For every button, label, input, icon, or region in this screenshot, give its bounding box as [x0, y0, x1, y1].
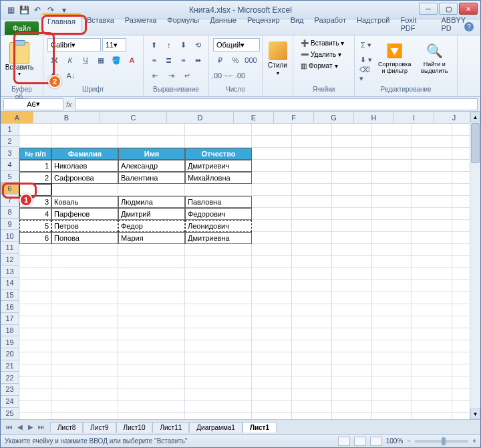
cell-A4[interactable]: 1 [19, 160, 51, 172]
cell-J24[interactable] [452, 401, 470, 413]
cell-F20[interactable] [292, 352, 332, 364]
shrink-font-button[interactable]: A↓ [63, 69, 78, 82]
cell-A22[interactable] [19, 376, 51, 388]
page-layout-view-button[interactable] [354, 437, 366, 446]
cell-G19[interactable] [332, 340, 372, 352]
cell-F12[interactable] [292, 256, 332, 268]
cell-F23[interactable] [292, 388, 332, 401]
bold-button[interactable]: Ж [47, 53, 61, 67]
cell-A11[interactable] [19, 244, 51, 256]
styles-button[interactable]: Стили ▾ [267, 38, 289, 81]
cell-I13[interactable] [412, 268, 452, 280]
cell-G11[interactable] [332, 244, 372, 256]
cell-D15[interactable] [185, 292, 252, 304]
sheet-tab-Лист9[interactable]: Лист9 [83, 422, 116, 433]
row-header-16[interactable]: 16 [1, 301, 19, 313]
cell-H25[interactable] [372, 413, 412, 419]
vertical-scrollbar[interactable]: ▲ ▼ [470, 112, 480, 419]
cell-F18[interactable] [292, 328, 332, 340]
find-select-button[interactable]: 🔍 Найти и выделить [416, 38, 454, 81]
cell-C12[interactable] [118, 256, 185, 268]
cell-H21[interactable] [372, 364, 412, 376]
cell-I20[interactable] [412, 352, 452, 364]
cell-D11[interactable] [185, 244, 252, 256]
cell-H20[interactable] [372, 352, 412, 364]
cell-E1[interactable] [252, 124, 292, 136]
ribbon-tab-надстрой[interactable]: Надстрой [351, 13, 395, 35]
cell-H19[interactable] [372, 340, 412, 352]
cell-A16[interactable] [19, 304, 51, 316]
row-header-20[interactable]: 20 [1, 348, 19, 360]
cell-D3[interactable]: Отчество [185, 148, 252, 160]
cell-H4[interactable] [372, 160, 412, 172]
cell-D12[interactable] [185, 256, 252, 268]
cell-E23[interactable] [252, 388, 292, 401]
cell-I23[interactable] [412, 388, 452, 401]
cell-E19[interactable] [252, 340, 292, 352]
cell-D23[interactable] [185, 388, 252, 401]
cell-I17[interactable] [412, 316, 452, 328]
row-header-7[interactable]: 7 [1, 195, 19, 207]
cell-B7[interactable]: Коваль [51, 196, 118, 208]
cell-I2[interactable] [412, 136, 452, 148]
cell-J23[interactable] [452, 388, 470, 401]
cell-I11[interactable] [412, 244, 452, 256]
zoom-in-button[interactable]: + [472, 437, 476, 445]
cell-B4[interactable]: Николаев [51, 160, 118, 172]
cell-F25[interactable] [292, 413, 332, 419]
cell-B18[interactable] [51, 328, 118, 340]
cell-J1[interactable] [452, 124, 470, 136]
cell-A2[interactable] [19, 136, 51, 148]
cell-B1[interactable] [51, 124, 118, 136]
paste-button[interactable]: Вставить ▾ [5, 38, 34, 81]
ribbon-tab-вид[interactable]: Вид [285, 13, 309, 35]
cell-F17[interactable] [292, 316, 332, 328]
cell-G12[interactable] [332, 256, 372, 268]
cell-J12[interactable] [452, 256, 470, 268]
cell-C3[interactable]: Имя [118, 148, 185, 160]
cell-J4[interactable] [452, 160, 470, 172]
cell-C22[interactable] [118, 376, 185, 388]
cell-B25[interactable] [51, 413, 118, 419]
align-top-button[interactable]: ⬆ [148, 38, 161, 51]
cell-C19[interactable] [118, 340, 185, 352]
cell-F4[interactable] [292, 160, 332, 172]
cell-H6[interactable] [372, 184, 412, 196]
cell-C15[interactable] [118, 292, 185, 304]
cell-J5[interactable] [452, 172, 470, 184]
cell-A24[interactable] [19, 401, 51, 413]
cell-F13[interactable] [292, 268, 332, 280]
column-header-A[interactable]: A [1, 112, 33, 124]
cell-F11[interactable] [292, 244, 332, 256]
cell-G1[interactable] [332, 124, 372, 136]
cell-B17[interactable] [51, 316, 118, 328]
row-header-21[interactable]: 21 [1, 360, 19, 372]
cell-E9[interactable] [252, 220, 292, 232]
ribbon-tab-данные[interactable]: Данные [204, 13, 242, 35]
row-header-13[interactable]: 13 [1, 265, 19, 277]
increase-indent-button[interactable]: ⇥ [164, 69, 178, 82]
row-header-8[interactable]: 8 [1, 207, 19, 219]
cell-D6[interactable] [185, 184, 252, 196]
cell-C20[interactable] [118, 352, 185, 364]
row-header-14[interactable]: 14 [1, 277, 19, 290]
cell-J8[interactable] [452, 208, 470, 220]
cell-I24[interactable] [412, 401, 452, 413]
cell-H22[interactable] [372, 376, 412, 388]
cell-H5[interactable] [372, 172, 412, 184]
cell-C18[interactable] [118, 328, 185, 340]
cell-J19[interactable] [452, 340, 470, 352]
cell-A15[interactable] [19, 292, 51, 304]
cell-H12[interactable] [372, 256, 412, 268]
cell-I8[interactable] [412, 208, 452, 220]
column-header-G[interactable]: G [314, 112, 354, 124]
cell-H13[interactable] [372, 268, 412, 280]
column-header-J[interactable]: J [434, 112, 470, 124]
cell-F3[interactable] [292, 148, 332, 160]
sheet-tab-Лист11[interactable]: Лист11 [152, 422, 189, 433]
cell-E17[interactable] [252, 316, 292, 328]
cell-A23[interactable] [19, 388, 51, 401]
first-sheet-button[interactable]: ⏮ [5, 423, 14, 432]
cell-B6[interactable] [51, 184, 118, 196]
ribbon-tab-разработ[interactable]: Разработ [309, 13, 351, 35]
